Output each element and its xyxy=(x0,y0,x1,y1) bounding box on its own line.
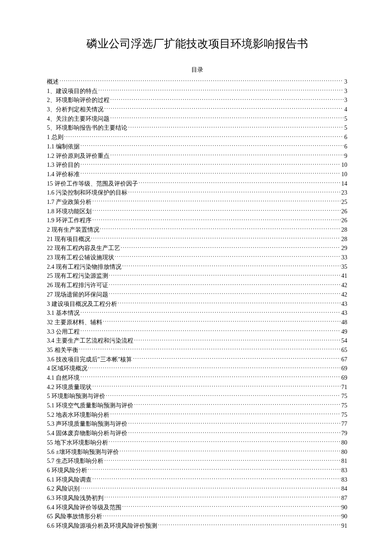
toc-entry-label: 1.1 编制依据 xyxy=(47,142,80,151)
toc-entry: 5.3 声环境质量影响预测与评价77 xyxy=(47,419,347,429)
toc-entry-page: 79 xyxy=(341,429,347,438)
toc-entry-label: 65 风险事故情形分析 xyxy=(47,512,102,521)
toc-entry-label: 6.1 环境风险调查 xyxy=(47,475,92,485)
toc-leader-dots xyxy=(92,216,340,222)
toc-entry: 5.4 固体废弃物影响分析与评价79 xyxy=(47,429,347,438)
toc-entry-label: 55 地下水环境影响分析 xyxy=(47,438,108,447)
toc-leader-dots xyxy=(134,337,340,343)
toc-entry-page: 48 xyxy=(341,318,347,327)
toc-leader-dots xyxy=(122,263,340,269)
toc-entry-label: 5.6 ±壤环境影响预测与评价 xyxy=(47,447,119,457)
toc-entry-page: 10 xyxy=(341,160,347,170)
toc-leader-dots xyxy=(91,235,341,241)
toc-entry: 1.9 环评工作程序26 xyxy=(47,216,347,225)
toc-entry: 25 现有工程污染源监测41 xyxy=(47,271,347,281)
toc-entry: 6.4 环境风险评价等级及范围90 xyxy=(47,503,347,512)
toc-entry: 4.1 自然环境69 xyxy=(47,373,347,383)
toc-entry-page: 14 xyxy=(341,179,347,189)
toc-leader-dots xyxy=(106,392,341,398)
toc-entry: 55 地下水环境影响分析80 xyxy=(47,438,347,447)
toc-entry-label: 21 现有项目概况 xyxy=(47,235,90,244)
toc-entry-page: 35 xyxy=(341,262,347,272)
toc-leader-dots xyxy=(110,411,340,417)
toc-entry-label: 6.4 环境风险评价等级及范围 xyxy=(47,503,121,512)
toc-entry: 5 环境影响预测与评价75 xyxy=(47,392,347,401)
toc-entry-page: 4 xyxy=(344,105,347,114)
toc-leader-dots xyxy=(92,476,340,482)
toc-entry-page: 87 xyxy=(341,494,347,503)
toc-entry-label: 1、建设项目的特点 xyxy=(47,87,98,96)
toc-leader-dots xyxy=(115,253,341,259)
toc-entry-label: 3.3 公用工程 xyxy=(47,327,80,337)
toc-entry-label: 1.6 污染控制和环境保护的目标 xyxy=(47,188,127,198)
toc-entry-label: 3、分析判定相关情况 xyxy=(47,105,104,114)
toc-entry: 3.4 主要生产工艺流程和污染流程54 xyxy=(47,336,347,346)
toc-entry-label: 5.4 固体废弃物影响分析与评价 xyxy=(47,429,127,438)
toc-entry-label: 概述 xyxy=(47,77,59,87)
toc-entry: 4 区域环境概况69 xyxy=(47,364,347,373)
toc-entry-label: 3 建设项目概况及工程分析 xyxy=(47,299,117,309)
toc-entry-page: 90 xyxy=(341,503,347,512)
toc-leader-dots xyxy=(81,170,340,176)
toc-leader-dots xyxy=(64,133,344,139)
toc-entry: 6.2 风险识别84 xyxy=(47,484,347,494)
toc-entry-label: 2、环境影响评价的过程 xyxy=(47,96,110,105)
toc-entry: 6.3 环境风险浅势初判87 xyxy=(47,494,347,503)
toc-entry-label: 5.7 生态环境影响分析 xyxy=(47,456,104,466)
toc-entry: 65 风险事故情形分析90 xyxy=(47,512,347,521)
toc-entry: 3 建设项目概况及工程分析43 xyxy=(47,299,347,309)
toc-entry-page: 75 xyxy=(341,410,347,420)
toc-entry-page: 49 xyxy=(341,327,347,337)
toc-leader-dots xyxy=(81,142,343,148)
toc-entry-page: 28 xyxy=(341,235,347,244)
toc-entry: 1.2 评价原则及评价重点9 xyxy=(47,151,347,161)
toc-entry-page: 33 xyxy=(341,253,347,262)
toc-heading: 目录 xyxy=(47,66,347,74)
toc-entry: 2 现有生产装置情况28 xyxy=(47,225,347,235)
toc-leader-dots xyxy=(88,466,341,472)
toc-leader-dots xyxy=(60,78,343,84)
toc-entry-label: 32 主要原材料、辅料 xyxy=(47,318,102,327)
toc-entry-label: 4 区域环境概况 xyxy=(47,364,87,373)
toc-entry-label: 6.2 风险识别 xyxy=(47,484,80,494)
toc-leader-dots xyxy=(104,457,340,463)
toc-entry: 4、关注的主要环境问题5 xyxy=(47,114,347,124)
toc-entry-page: 6 xyxy=(344,142,347,151)
toc-entry-page: 90 xyxy=(341,512,347,521)
toc-entry-page: 25 xyxy=(341,198,347,207)
toc-entry: 5.6 ±壤环境影响预测与评价80 xyxy=(47,447,347,457)
toc-entry: 2、环境影响评价的过程3 xyxy=(47,96,347,105)
toc-entry: 1.6 污染控制和环境保护的目标23 xyxy=(47,188,347,198)
toc-leader-dots xyxy=(158,522,340,528)
toc-leader-dots xyxy=(98,87,343,93)
toc-entry: 5.1 环境空气质量影响预测与评价75 xyxy=(47,401,347,410)
toc-entry: 21 现有项目概况28 xyxy=(47,235,347,244)
toc-leader-dots xyxy=(120,448,340,454)
toc-leader-dots xyxy=(128,420,340,426)
toc-entry-label: 4、关注的主要环境问题 xyxy=(47,114,110,124)
toc-entry-label: 25 现有工程污染源监测 xyxy=(47,271,108,281)
toc-entry-page: 75 xyxy=(341,392,347,401)
toc-entry: 35 相关平衡65 xyxy=(47,346,347,355)
toc-entry-page: 91 xyxy=(341,521,347,531)
toc-entry-page: 81 xyxy=(341,456,347,466)
toc-entry-page: 69 xyxy=(341,373,347,383)
toc-entry-page: 42 xyxy=(341,290,347,299)
toc-entry-label: 23 现有工程公辅设施现状 xyxy=(47,253,114,262)
toc-entry-label: 3.1 基本情况 xyxy=(47,308,80,318)
toc-leader-dots xyxy=(121,244,341,250)
toc-entry: 6.1 环境风险调查83 xyxy=(47,475,347,485)
toc-entry-page: 43 xyxy=(341,299,347,309)
toc-entry: 1.8 环境功能区划26 xyxy=(47,207,347,216)
toc-entry: 3.6 技改项目完成后"三本帐"核算67 xyxy=(47,355,347,364)
toc-leader-dots xyxy=(133,355,340,361)
toc-entry-label: 1.3 评价目的 xyxy=(47,160,80,170)
toc-leader-dots xyxy=(81,328,340,334)
toc-entry-page: 83 xyxy=(341,475,347,485)
toc-leader-dots xyxy=(92,383,340,389)
toc-entry-page: 80 xyxy=(341,447,347,457)
toc-entry-label: 5.2 地表水环境影响分析 xyxy=(47,410,110,420)
toc-entry-page: 84 xyxy=(341,484,347,494)
toc-entry-page: 41 xyxy=(341,271,347,281)
toc-entry: 3、分析判定相关情况4 xyxy=(47,105,347,114)
